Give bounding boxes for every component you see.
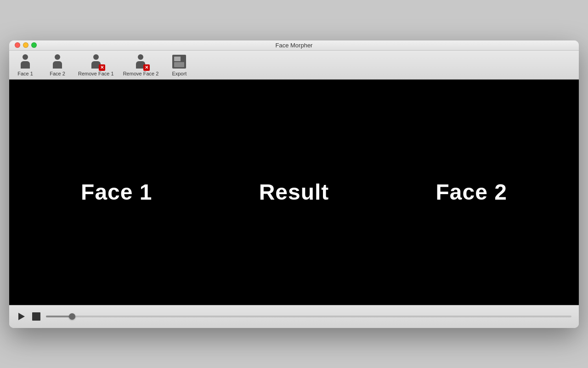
main-canvas: Face 1 Result Face 2: [9, 80, 579, 305]
progress-fill: [46, 316, 72, 317]
face1-label: Face 1: [17, 71, 33, 76]
face1-canvas-label: Face 1: [81, 179, 152, 205]
stop-button[interactable]: [32, 312, 40, 321]
app-window: Face Morpher Face 1 Face 2: [9, 40, 579, 328]
window-controls: [15, 42, 37, 48]
remove-x-icon: ✕: [143, 64, 150, 71]
remove-face2-label: Remove Face 2: [123, 71, 159, 76]
person-head-icon: [55, 54, 60, 60]
remove-face1-label: Remove Face 1: [78, 71, 114, 76]
person-body-icon: [53, 61, 62, 69]
maximize-button[interactable]: [31, 42, 37, 48]
title-bar: Face Morpher: [9, 40, 579, 51]
face1-button[interactable]: Face 1: [14, 53, 37, 76]
face2-icon: [49, 53, 66, 70]
export-icon: [171, 53, 187, 70]
remove-x-icon: ✕: [99, 64, 105, 71]
person-body-icon: [21, 61, 30, 69]
result-canvas-label: Result: [259, 179, 329, 205]
toolbar: Face 1 Face 2 ✕ Remove Face 1: [9, 51, 579, 80]
close-button[interactable]: [15, 42, 20, 48]
remove-face2-icon: ✕: [132, 53, 149, 70]
person-head-icon: [138, 54, 143, 60]
face2-canvas-label: Face 2: [435, 179, 507, 205]
person-head-icon: [93, 54, 99, 60]
face1-icon: [17, 53, 34, 70]
minimize-button[interactable]: [23, 42, 28, 48]
remove-face1-button[interactable]: ✕ Remove Face 1: [78, 53, 114, 76]
play-icon: [18, 313, 25, 320]
progress-bar[interactable]: [46, 316, 571, 317]
person-head-icon: [23, 54, 28, 60]
export-label: Export: [172, 71, 187, 76]
remove-face1-icon: ✕: [88, 53, 104, 70]
face2-button[interactable]: Face 2: [46, 53, 69, 76]
floppy-disk-icon: [172, 55, 186, 69]
remove-face2-button[interactable]: ✕ Remove Face 2: [123, 53, 159, 76]
export-button[interactable]: Export: [168, 53, 191, 76]
face2-label: Face 2: [50, 71, 65, 76]
play-button[interactable]: [17, 311, 27, 322]
progress-thumb[interactable]: [69, 313, 75, 320]
window-title: Face Morpher: [276, 42, 313, 49]
playback-bar: [9, 305, 579, 328]
